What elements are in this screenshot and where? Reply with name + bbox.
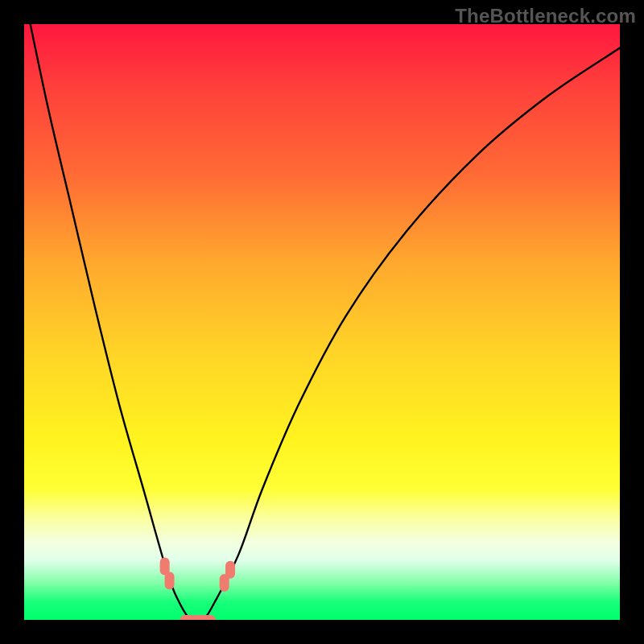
watermark-label: TheBottleneck.com xyxy=(455,5,636,27)
chart-background-gradient xyxy=(24,24,620,620)
chart-frame: TheBottleneck.com xyxy=(0,0,644,644)
